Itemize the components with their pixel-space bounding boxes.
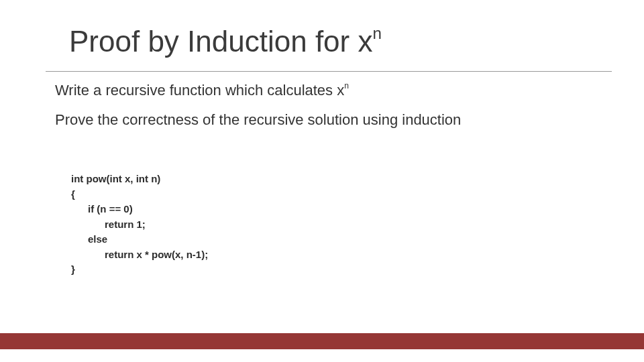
slide: { "title_base": "Proof by Induction for … bbox=[0, 0, 644, 362]
accent-bar bbox=[0, 333, 644, 349]
body-line-1-exp: n bbox=[344, 81, 349, 90]
body-line-1-text: Write a recursive function which calcula… bbox=[55, 82, 344, 99]
title-exponent: n bbox=[372, 24, 381, 42]
title-underline bbox=[46, 71, 612, 72]
body-text: Write a recursive function which calcula… bbox=[55, 82, 604, 141]
body-line-1: Write a recursive function which calcula… bbox=[55, 82, 604, 99]
title-base: Proof by Induction for x bbox=[69, 25, 372, 58]
slide-title: Proof by Induction for xn bbox=[69, 25, 382, 58]
code-block: int pow(int x, int n) { if (n == 0) retu… bbox=[71, 172, 208, 278]
body-line-2: Prove the correctness of the recursive s… bbox=[55, 111, 604, 129]
